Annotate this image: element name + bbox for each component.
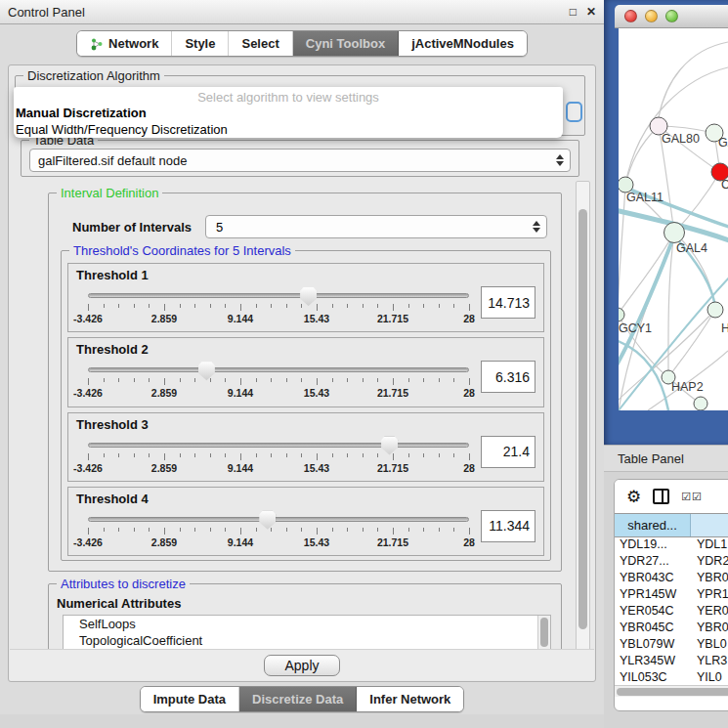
table-panel-titlebar: Table Panel <box>604 445 728 472</box>
network-edge[interactable] <box>659 42 728 117</box>
network-node-label: GAL11 <box>626 191 664 204</box>
attribute-item[interactable]: TopologicalCoefficient <box>64 632 550 649</box>
table-toolbar: ⚙ ☑☑ <box>615 480 728 513</box>
threshold-value-field[interactable]: 6.316 <box>481 361 535 393</box>
threshold-box: Threshold 4-3.4262.8599.14415.4321.71528… <box>67 487 544 556</box>
bottom-tab-infer-network[interactable]: Infer Network <box>357 687 463 711</box>
attributes-list-scrollbar-thumb[interactable] <box>540 618 548 647</box>
table-row[interactable]: YDL19...YDL1 <box>615 537 728 554</box>
combo-stepper-icon <box>533 221 540 233</box>
zoom-traffic-light-icon[interactable] <box>665 10 678 22</box>
cell-name[interactable]: YBR0 <box>691 571 728 587</box>
threshold-value-field[interactable]: 11.344 <box>481 510 535 542</box>
slider-track[interactable] <box>88 517 469 522</box>
settings-vertical-scrollbar[interactable] <box>576 181 590 652</box>
control-panel-title: Control Panel <box>8 5 560 20</box>
network-window-titlebar[interactable] <box>615 5 728 28</box>
gear-icon[interactable]: ⚙ <box>626 489 641 505</box>
thresholds-group: Threshold's Coordinates for 5 Intervals … <box>61 250 551 561</box>
cell-shared-name[interactable]: YBR045C <box>615 621 691 637</box>
table-row[interactable]: YBR045CYBR0 <box>615 621 728 637</box>
table-data-group: Table Data galFiltered.sif default node <box>21 140 579 177</box>
cell-shared-name[interactable]: YPR145W <box>615 587 691 604</box>
threshold-list: Threshold 1-3.4262.8599.14415.4321.71528… <box>67 263 544 556</box>
tick-label: -3.426 <box>73 462 103 474</box>
checkbox-checked-icons[interactable]: ☑☑ <box>681 491 703 503</box>
table-hscrollbar-thumb[interactable] <box>617 688 728 696</box>
algorithm-dropdown-placeholder: Select algorithm to view settings <box>14 87 563 105</box>
threshold-box: Threshold 1-3.4262.8599.14415.4321.71528… <box>67 263 544 332</box>
algorithm-option[interactable]: Manual Discretization <box>14 105 563 121</box>
bottom-tabbar: Impute DataDiscretize DataInfer Network <box>0 686 604 712</box>
table-row[interactable]: YER054CYER0 <box>615 604 728 621</box>
network-node[interactable] <box>694 397 707 410</box>
attributes-list-scrollbar[interactable] <box>537 616 550 652</box>
algorithm-option[interactable]: Equal Width/Frequency Discretization <box>14 121 563 138</box>
algorithm-combo-focus-ring[interactable] <box>566 102 582 122</box>
numerical-attributes-list[interactable]: SelfLoopsTopologicalCoefficientBetweenne… <box>63 615 551 652</box>
split-columns-icon[interactable] <box>653 489 669 504</box>
bottom-tabs: Impute DataDiscretize DataInfer Network <box>140 686 465 712</box>
table-data-combobox[interactable]: galFiltered.sif default node <box>29 149 571 172</box>
table-row[interactable]: YLR345WYLR3 <box>615 654 728 670</box>
network-node[interactable] <box>707 302 723 318</box>
close-icon[interactable]: ✕ <box>586 5 596 19</box>
table-row[interactable]: YBR043CYBR0 <box>615 571 728 587</box>
bottom-tab-impute-data[interactable]: Impute Data <box>141 687 239 711</box>
cell-shared-name[interactable]: YBL079W <box>615 637 691 654</box>
cell-name[interactable]: YDR2 <box>691 554 728 571</box>
threshold-value-field[interactable]: 21.4 <box>481 436 535 468</box>
column-header-name[interactable]: n <box>691 514 728 536</box>
float-window-icon[interactable]: □ <box>570 5 577 19</box>
network-node[interactable] <box>619 308 624 321</box>
settings-scrollbar-thumb[interactable] <box>578 209 587 629</box>
network-node[interactable] <box>664 223 685 243</box>
tick-label: 2.859 <box>151 387 177 399</box>
cell-name[interactable]: YLR3 <box>691 654 728 670</box>
close-traffic-light-icon[interactable] <box>624 10 637 22</box>
threshold-slider[interactable]: -3.4262.8599.14415.4321.71528 <box>88 359 469 402</box>
cell-name[interactable]: YDL1 <box>691 537 728 554</box>
cell-name[interactable]: YBR0 <box>691 621 728 637</box>
threshold-slider[interactable]: -3.4262.8599.14415.4321.71528 <box>88 434 469 477</box>
slider-track[interactable] <box>88 293 469 298</box>
table-row[interactable]: YBL079WYBL0 <box>615 637 728 654</box>
threshold-slider[interactable]: -3.4262.8599.14415.4321.71528 <box>88 284 469 327</box>
threshold-value-field[interactable]: 14.713 <box>481 286 535 319</box>
network-view-window[interactable]: GAL80GACGAL11GAL4HGCY1HAP2 <box>604 0 728 445</box>
minimize-traffic-light-icon[interactable] <box>645 10 658 22</box>
threshold-slider[interactable]: -3.4262.8599.14415.4321.71528 <box>88 508 469 551</box>
cell-shared-name[interactable]: YDR27... <box>615 554 691 571</box>
slider-track[interactable] <box>88 443 469 448</box>
cell-name[interactable]: YPR1 <box>691 587 728 604</box>
network-edge[interactable] <box>625 126 659 185</box>
cell-shared-name[interactable]: YBR043C <box>615 571 691 587</box>
table-row[interactable]: YPR145WYPR1 <box>615 587 728 604</box>
cell-name[interactable]: YER0 <box>691 604 728 621</box>
tab-style[interactable]: Style <box>172 31 229 56</box>
cell-shared-name[interactable]: YDL19... <box>615 537 691 554</box>
tick-label: 9.144 <box>228 313 253 324</box>
tab-cyni-toolbox[interactable]: Cyni Toolbox <box>293 31 399 56</box>
table-row[interactable]: YDR27...YDR2 <box>615 554 728 571</box>
table-horizontal-scrollbar[interactable] <box>615 685 728 697</box>
tab-network[interactable]: Network <box>77 31 172 56</box>
tab-select[interactable]: Select <box>229 31 292 56</box>
algorithm-dropdown-options: Manual DiscretizationEqual Width/Frequen… <box>14 105 563 138</box>
apply-button[interactable]: Apply <box>264 655 339 676</box>
column-header-shared-name[interactable]: shared... <box>615 514 691 536</box>
cell-shared-name[interactable]: YER054C <box>615 604 691 621</box>
number-of-intervals-combobox[interactable]: 5 <box>205 215 547 238</box>
bottom-tab-discretize-data[interactable]: Discretize Data <box>239 687 357 711</box>
network-canvas[interactable]: GAL80GACGAL11GAL4HGCY1HAP2 <box>619 28 728 410</box>
network-edge[interactable] <box>668 233 674 377</box>
control-panel: Control Panel □ ✕ NetworkStyleSelectCyni… <box>0 0 604 728</box>
top-tabbar: NetworkStyleSelectCyni ToolboxjActiveMNo… <box>0 30 604 57</box>
slider-track[interactable] <box>88 367 469 372</box>
cell-shared-name[interactable]: YLR345W <box>615 654 691 670</box>
network-edge[interactable] <box>619 185 625 315</box>
tab-jactivemnodules[interactable]: jActiveMNodules <box>399 31 527 56</box>
cell-name[interactable]: YBL0 <box>691 637 728 654</box>
attribute-item[interactable]: SelfLoops <box>64 616 550 632</box>
network-graph[interactable]: GAL80GACGAL11GAL4HGCY1HAP2 <box>619 28 728 410</box>
